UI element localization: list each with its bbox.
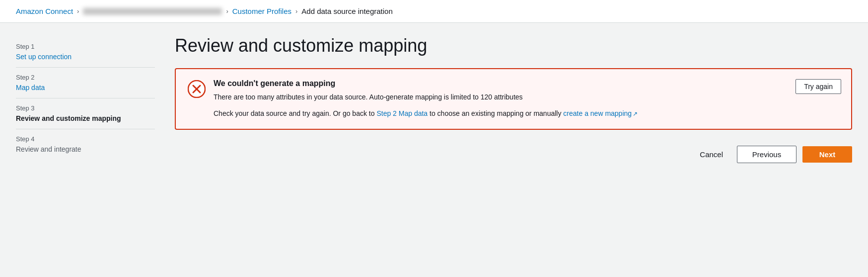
try-again-button[interactable]: Try again (796, 79, 841, 94)
sidebar-step-2: Step 2 Map data (16, 68, 155, 98)
error-body-2: Check your data source and try again. Or… (214, 108, 839, 119)
error-content: We couldn't generate a mapping There are… (214, 79, 839, 119)
main-layout: Step 1 Set up connection Step 2 Map data… (0, 23, 868, 272)
sidebar: Step 1 Set up connection Step 2 Map data… (16, 35, 155, 260)
cancel-button[interactable]: Cancel (692, 146, 731, 163)
breadcrumb-current: Add data source integration (301, 7, 392, 15)
error-icon (188, 80, 206, 98)
step-4-label: Step 4 (16, 135, 155, 143)
step-1-label: Step 1 (16, 43, 155, 50)
sidebar-item-set-up-connection[interactable]: Set up connection (16, 53, 72, 61)
sidebar-step-3: Step 3 Review and customize mapping (16, 98, 155, 129)
step-3-label: Step 3 (16, 104, 155, 112)
error-title: We couldn't generate a mapping (214, 79, 839, 88)
external-link-icon: ↗ (633, 110, 638, 117)
footer-actions: Cancel Previous Next (175, 146, 852, 163)
breadcrumb-sep-1: › (77, 7, 79, 15)
previous-button[interactable]: Previous (737, 146, 796, 163)
error-box: We couldn't generate a mapping There are… (175, 68, 852, 130)
sidebar-step-4: Step 4 Review and integrate (16, 129, 155, 160)
step-2-label: Step 2 (16, 74, 155, 81)
page-title: Review and customize mapping (175, 35, 852, 56)
next-button[interactable]: Next (802, 146, 852, 163)
breadcrumb-customer-profiles[interactable]: Customer Profiles (232, 7, 291, 15)
error-body2-prefix: Check your data source and try again. Or… (214, 109, 376, 117)
breadcrumb-blurred-item (83, 8, 222, 15)
breadcrumb-sep-2: › (226, 7, 228, 15)
breadcrumb: Amazon Connect › › Customer Profiles › A… (0, 0, 868, 23)
sidebar-step-1: Step 1 Set up connection (16, 37, 155, 68)
breadcrumb-sep-3: › (295, 7, 297, 15)
sidebar-item-map-data[interactable]: Map data (16, 84, 45, 92)
error-body2-middle: to choose an existing mapping or manuall… (428, 109, 563, 117)
sidebar-item-review-integrate: Review and integrate (16, 145, 81, 153)
error-body-1: There are too many attributes in your da… (214, 92, 839, 102)
content-area: Review and customize mapping We couldn't… (175, 35, 852, 260)
create-new-mapping-link[interactable]: create a new mapping↗ (563, 109, 638, 117)
sidebar-item-review-mapping: Review and customize mapping (16, 114, 121, 122)
step2-map-data-link[interactable]: Step 2 Map data (376, 109, 428, 117)
breadcrumb-amazon-connect[interactable]: Amazon Connect (16, 7, 73, 15)
